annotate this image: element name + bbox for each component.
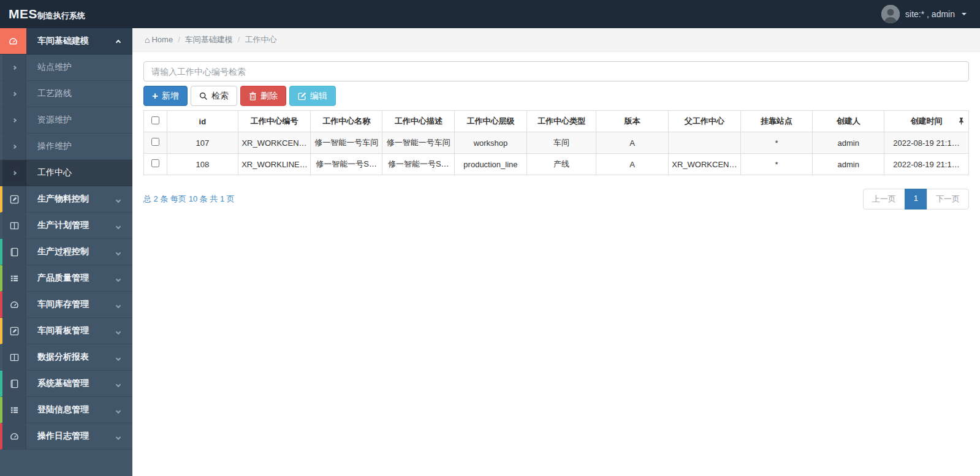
sidebar-item-process-route[interactable]: 工艺路线 (0, 81, 132, 107)
cell-parent: XR_WORKCEN… (669, 154, 741, 175)
toolbar: + 新增 检索 删除 编辑 (143, 86, 969, 106)
app-logo-bold: MES (9, 7, 37, 21)
cell-name: 修一智能一号S… (310, 154, 382, 175)
column-header-site[interactable]: 挂靠站点 (740, 111, 813, 132)
column-header-version[interactable]: 版本 (596, 111, 669, 132)
cell-id: 108 (167, 154, 238, 175)
column-header-parent[interactable]: 父工作中心 (669, 111, 741, 132)
list-icon (2, 265, 26, 291)
book-icon (2, 371, 26, 396)
breadcrumb: ⌂ Home / 车间基础建模 / 工作中心 (132, 28, 980, 51)
edit-button[interactable]: 编辑 (289, 86, 336, 106)
sidebar-item-operation-log[interactable]: 操作日志管理 (0, 423, 132, 450)
cell-version: A (596, 154, 669, 175)
cell-created-time: 2022-08-19 21:1… (884, 132, 968, 154)
cell-type: 车间 (526, 132, 596, 154)
user-label: site:* , admin (905, 9, 955, 19)
plus-icon: + (152, 91, 158, 101)
column-header-id[interactable]: id (167, 111, 238, 132)
work-center-table: id 工作中心编号 工作中心名称 工作中心描述 工作中心层级 工作中心类型 版本… (143, 110, 969, 175)
column-header-desc[interactable]: 工作中心描述 (382, 111, 455, 132)
dashboard-icon (2, 423, 26, 449)
book-icon (2, 239, 26, 265)
column-header-code[interactable]: 工作中心编号 (238, 111, 311, 132)
sidebar-item-workshop-modeling[interactable]: 车间基础建模 (0, 28, 132, 55)
chevron-right-icon (2, 81, 26, 107)
cell-desc: 修一智能一号车间 (382, 132, 455, 154)
add-button[interactable]: + 新增 (143, 86, 188, 106)
breadcrumb-section[interactable]: 车间基础建模 (185, 34, 233, 45)
columns-icon (2, 213, 26, 238)
sidebar-item-label: 资源维护 (37, 115, 72, 126)
sidebar-item-material-control[interactable]: 生产物料控制 (0, 186, 132, 213)
column-header-type[interactable]: 工作中心类型 (526, 111, 596, 132)
sidebar-item-operation-maintenance[interactable]: 操作维护 (0, 134, 132, 160)
page-1-button[interactable]: 1 (905, 189, 927, 210)
column-header-creator[interactable]: 创建人 (813, 111, 884, 132)
app-logo[interactable]: MES 制造执行系统 (0, 7, 85, 21)
sidebar-item-label: 系统基础管理 (37, 378, 89, 389)
delete-button[interactable]: 删除 (240, 86, 286, 106)
cell-desc: 修一智能一号S… (382, 154, 455, 175)
breadcrumb-home[interactable]: Home (151, 35, 173, 44)
dashboard-icon (0, 28, 26, 54)
column-header-created-time[interactable]: 创建时间 (884, 111, 968, 132)
sidebar-item-board-management[interactable]: 车间看板管理 (0, 318, 132, 344)
sidebar-item-site-maintenance[interactable]: 站点维护 (0, 55, 132, 81)
row-checkbox[interactable] (151, 138, 159, 146)
breadcrumb-current: 工作中心 (245, 34, 276, 45)
sidebar-item-login-info[interactable]: 登陆信息管理 (0, 397, 132, 423)
cell-level: workshop (455, 132, 527, 154)
next-page-button[interactable]: 下一页 (927, 189, 969, 210)
home-icon: ⌂ (145, 35, 150, 45)
pin-icon[interactable] (959, 118, 964, 125)
sidebar-item-label: 登陆信息管理 (37, 404, 89, 415)
pencil-square-icon (2, 318, 26, 344)
sidebar-item-label: 生产物料控制 (37, 194, 89, 205)
chevron-down-icon (116, 352, 120, 363)
cell-site: * (740, 154, 813, 175)
caret-down-icon (962, 13, 967, 15)
chevron-down-icon (116, 404, 120, 415)
cell-type: 产线 (526, 154, 596, 175)
search-input[interactable] (143, 61, 969, 81)
select-all-cell (144, 111, 167, 132)
sidebar-item-work-center[interactable]: 工作中心 (0, 160, 132, 186)
sidebar-item-quality-management[interactable]: 产品质量管理 (0, 265, 132, 292)
user-menu[interactable]: site:* , admin (881, 5, 980, 23)
sidebar-item-label: 操作日志管理 (37, 431, 89, 442)
table-header-row: id 工作中心编号 工作中心名称 工作中心描述 工作中心层级 工作中心类型 版本… (144, 111, 969, 132)
pencil-square-icon (2, 186, 26, 212)
search-icon (199, 92, 208, 100)
sidebar-item-process-control[interactable]: 生产过程控制 (0, 239, 132, 265)
sidebar-item-label: 生产计划管理 (37, 220, 89, 231)
sidebar-item-plan-management[interactable]: 生产计划管理 (0, 213, 132, 239)
dashboard-icon (2, 292, 26, 317)
column-header-name[interactable]: 工作中心名称 (310, 111, 382, 132)
row-checkbox[interactable] (151, 159, 159, 167)
columns-icon (2, 344, 26, 370)
sidebar-item-inventory-management[interactable]: 车间库存管理 (0, 292, 132, 318)
sidebar-item-data-report[interactable]: 数据分析报表 (0, 344, 132, 371)
chevron-down-icon (116, 273, 120, 284)
chevron-down-icon (116, 220, 120, 231)
sidebar-item-resource-maintenance[interactable]: 资源维护 (0, 107, 132, 134)
prev-page-button[interactable]: 上一页 (863, 189, 905, 210)
select-all-checkbox[interactable] (151, 116, 159, 124)
sidebar-item-label: 车间基础建模 (37, 36, 89, 47)
column-header-level[interactable]: 工作中心层级 (455, 111, 527, 132)
chevron-down-icon (116, 299, 120, 310)
table-row[interactable]: 108 XR_WORKLINE… 修一智能一号S… 修一智能一号S… produ… (144, 154, 969, 175)
cell-code: XR_WORKLINE… (238, 154, 311, 175)
pagination-group: 上一页 1 下一页 (863, 189, 969, 210)
chevron-right-icon (2, 55, 26, 80)
chevron-right-icon (2, 134, 26, 159)
cell-creator: admin (813, 154, 884, 175)
table-row[interactable]: 107 XR_WORKCEN… 修一智能一号车间 修一智能一号车间 worksh… (144, 132, 969, 154)
search-button[interactable]: 检索 (191, 86, 237, 106)
sidebar-item-system-management[interactable]: 系统基础管理 (0, 371, 132, 397)
user-avatar (881, 5, 900, 23)
pagination-summary[interactable]: 总 2 条 每页 10 条 共 1 页 (143, 194, 235, 205)
app-logo-rest: 制造执行系统 (37, 10, 85, 21)
trash-icon (249, 92, 257, 100)
